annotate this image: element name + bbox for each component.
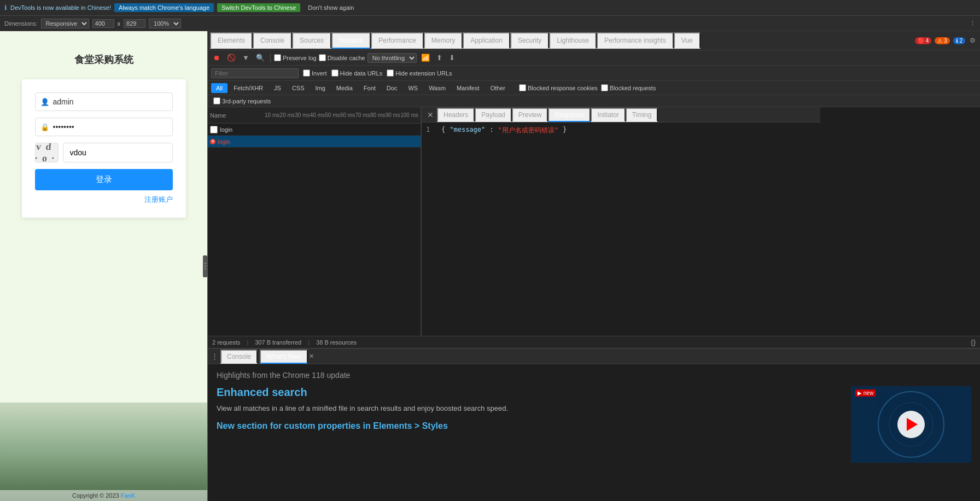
hide-extension-urls-option[interactable]: Hide extension URLs [387,69,452,77]
tab-console[interactable]: Console [253,32,292,49]
tab-performance[interactable]: Performance [371,32,424,49]
settings-icon[interactable]: ⚙ [967,36,978,45]
json-key-message: "message" [450,126,485,135]
bottom-content: Highlights from the Chrome 118 update En… [208,364,980,501]
filter-tag-css[interactable]: CSS [287,83,310,93]
tab-sources[interactable]: Sources [292,32,331,49]
login-button[interactable]: 登录 [35,169,173,190]
captcha-row: v d · o · [35,143,173,162]
resp-tab-timing[interactable]: Timing [626,108,658,122]
filter-tag-fetchxhr[interactable]: Fetch/XHR [229,83,268,93]
disable-cache-checkbox[interactable] [319,54,326,61]
svg-point-1 [889,403,933,446]
password-input[interactable] [35,118,173,136]
tab-application[interactable]: Application [463,32,510,49]
username-input[interactable] [35,92,173,111]
json-format-button[interactable]: {} [971,338,976,346]
import-icon[interactable]: ⬆ [434,53,445,63]
filter-tag-all[interactable]: All [211,83,228,93]
table-row[interactable]: login [208,124,421,136]
btn-dont-show[interactable]: Don't show again [304,3,358,12]
dimensions-select[interactable]: Responsive [41,19,89,28]
resp-tab-payload[interactable]: Payload [475,108,511,122]
tab-elements[interactable]: Elements [210,32,253,49]
youtube-thumbnail[interactable]: ▶ new [851,386,971,463]
btn-switch-to-chinese[interactable]: Switch DevTools to Chinese [217,3,300,12]
captcha-input[interactable] [63,143,173,162]
invert-option[interactable]: Invert [303,69,327,77]
register-link[interactable]: 注册账户 [35,195,173,205]
bottom-tab-whats-new[interactable]: What's New [260,349,308,364]
bottom-more-button[interactable]: ⋮ [211,352,218,360]
whats-new-tab-container: What's New ✕ [260,349,315,364]
preserve-log-checkbox[interactable] [274,54,281,61]
zoom-select[interactable]: 100% [149,19,181,28]
filter-tag-other[interactable]: Other [485,83,510,93]
export-icon[interactable]: ⬇ [447,53,457,63]
tab-memory[interactable]: Memory [424,32,463,49]
resources-size: 38 B resources [316,339,357,346]
resp-tab-preview[interactable]: Preview [512,108,549,122]
footer-link[interactable]: FanK [121,492,135,499]
filter-tag-ws[interactable]: WS [403,83,423,93]
captcha-image[interactable]: v d · o · [35,143,59,162]
network-filter-bar: Invert Hide data URLs Hide extension URL… [208,66,980,81]
clear-button[interactable]: 🚫 [225,53,238,63]
tab-vue[interactable]: Vue [674,32,701,49]
tab-security[interactable]: Security [510,32,549,49]
filter-tag-media[interactable]: Media [331,83,358,93]
warn-badge: ⚠ 3 [935,37,949,44]
bottom-tab-console[interactable]: Console [220,349,258,364]
devtools-tab-icons: 🔴 4 ⚠ 3 ℹ 2 ⚙ [915,36,978,45]
page-bg-bottom: Copyright © 2023 FanK [0,403,207,501]
disable-cache-label[interactable]: Disable cache [319,54,365,61]
enhanced-search-desc: View all matches in a line of a minified… [217,403,842,415]
preserve-log-label[interactable]: Preserve log [274,54,317,61]
filter-tag-js[interactable]: JS [269,83,286,93]
filter-tag-manifest[interactable]: Manifest [452,83,485,93]
resp-tab-headers[interactable]: Headers [437,108,475,122]
filter-tag-wasm[interactable]: Wasm [424,83,451,93]
status-sep-2: | [308,339,310,346]
close-response-button[interactable]: ✕ [424,109,437,120]
resize-handle[interactable] [203,255,207,277]
width-input[interactable] [92,19,114,28]
blocked-cookies-option[interactable]: Blocked response cookies [519,84,598,91]
third-party-option[interactable]: 3rd-party requests [213,97,271,104]
throttle-select[interactable]: No throttling [368,53,417,63]
devtools-container: Dimensions: Responsive x 100% ⋮ 食堂采购系统 👤 [0,16,980,501]
filter-tag-doc[interactable]: Doc [382,83,402,93]
svg-point-0 [878,392,944,457]
search-icon[interactable]: 🔍 [254,53,267,63]
page-footer: Copyright © 2023 FanK [0,490,207,501]
responsive-bar: Dimensions: Responsive x 100% ⋮ [0,16,980,31]
info-badge: ℹ 2 [953,37,965,44]
record-button[interactable]: ⏺ [211,53,223,63]
password-group: 🔒 [35,118,173,136]
bottom-tabs: ⋮ Console What's New ✕ [208,349,980,364]
filter-icon[interactable]: ▼ [240,53,252,63]
filter-input[interactable] [211,68,299,78]
filter-tag-img[interactable]: Img [311,83,330,93]
json-value-message: "用户名或密码错误" [498,126,558,135]
user-icon: 👤 [40,98,49,106]
height-input[interactable] [124,19,145,28]
btn-always-match[interactable]: Always match Chrome's language [114,3,214,12]
resp-tab-response[interactable]: Response [548,108,591,122]
resp-tab-initiator[interactable]: Initiator [591,108,625,122]
tab-performance-insights[interactable]: Performance insights [597,32,674,49]
network-status-bar: 2 requests | 307 B transferred | 38 B re… [208,336,980,348]
blocked-requests-option[interactable]: Blocked requests [601,84,656,91]
network-conditions-icon[interactable]: 📶 [419,53,432,63]
tab-lighthouse[interactable]: Lighthouse [549,32,597,49]
filter-tag-font[interactable]: Font [359,83,381,93]
bottom-panel: ⋮ Console What's New ✕ Highlights from t… [208,348,980,501]
close-whats-new-button[interactable]: ✕ [308,353,315,360]
row-checkbox[interactable] [210,126,218,133]
enhanced-search-title: Enhanced search [217,386,842,399]
tab-network[interactable]: Network [331,32,371,49]
hide-data-urls-option[interactable]: Hide data URLs [331,69,383,77]
table-row[interactable]: ✕ login [208,136,421,148]
more-options-icon[interactable]: ⋮ [970,20,976,27]
json-colon: : [489,126,493,135]
